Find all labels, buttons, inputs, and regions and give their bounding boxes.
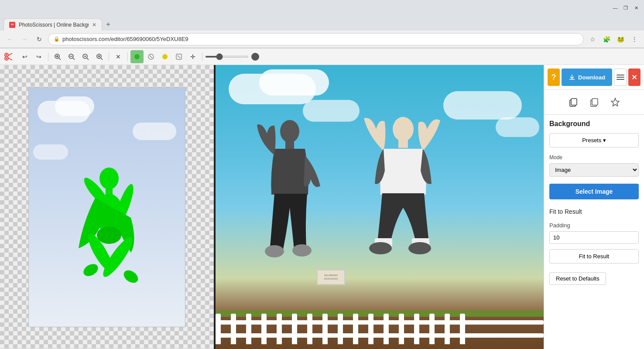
mode-label: Mode bbox=[549, 154, 639, 161]
toolbar-separator-1 bbox=[48, 52, 48, 61]
toolbar-separator-2 bbox=[109, 52, 109, 61]
reload-button[interactable]: ↻ bbox=[33, 33, 45, 45]
cloud-2 bbox=[55, 96, 94, 116]
logo-icon bbox=[3, 51, 14, 62]
result-cloud-5 bbox=[496, 117, 539, 137]
person1-silhouette bbox=[250, 116, 338, 282]
fence-post-2 bbox=[231, 314, 236, 344]
svg-line-23 bbox=[150, 55, 152, 58]
tab-title: PhotoScissors | Online Backgr... bbox=[19, 22, 89, 28]
download-button[interactable]: Download bbox=[562, 68, 612, 86]
result-cloud-2 bbox=[259, 69, 329, 96]
app-toolbar: ↩ ↪ ✕ ✛ bbox=[0, 48, 644, 65]
fence-post-3 bbox=[246, 314, 251, 344]
fence-post-16 bbox=[445, 314, 450, 344]
select-image-button[interactable]: Select Image bbox=[549, 184, 639, 199]
fit-to-result-button[interactable]: Fit to Result bbox=[549, 249, 639, 263]
svg-point-5 bbox=[6, 58, 7, 59]
result-background: DILARANGXXXXXXXX bbox=[216, 65, 544, 349]
window-close-button[interactable]: ✕ bbox=[632, 3, 641, 12]
svg-line-14 bbox=[87, 58, 89, 60]
navigation-bar: ← → ↻ 🔒 photoscissors.com/editor/6596900… bbox=[0, 31, 644, 48]
svg-point-46 bbox=[408, 242, 431, 254]
restore-button[interactable]: ❐ bbox=[621, 3, 630, 12]
photoscissors-logo bbox=[3, 51, 14, 62]
person2-silhouette bbox=[355, 114, 456, 288]
keep-tool-button[interactable] bbox=[130, 50, 144, 63]
fence-post-17 bbox=[460, 314, 465, 344]
profile-button[interactable]: 🐸 bbox=[614, 33, 627, 45]
bookmarks-button[interactable]: ☆ bbox=[586, 33, 599, 45]
zoom-fit-button[interactable] bbox=[79, 50, 92, 63]
back-button[interactable]: ← bbox=[3, 33, 16, 45]
menu-hamburger-button[interactable] bbox=[614, 68, 627, 86]
erase-tool-button[interactable] bbox=[144, 50, 158, 63]
svg-line-18 bbox=[101, 58, 103, 60]
circle-brush-button[interactable] bbox=[158, 50, 171, 63]
svg-point-24 bbox=[162, 54, 168, 59]
erase-bg-button[interactable] bbox=[172, 50, 185, 63]
fence-post-10 bbox=[353, 314, 358, 344]
fence-post-13 bbox=[399, 314, 404, 344]
extensions-button[interactable]: 🧩 bbox=[600, 33, 613, 45]
brush-size-slider[interactable] bbox=[205, 56, 249, 58]
svg-point-21 bbox=[134, 54, 140, 59]
close-sidebar-button[interactable]: ✕ bbox=[628, 68, 641, 86]
svg-point-45 bbox=[369, 242, 392, 254]
lock-icon: 🔒 bbox=[54, 36, 60, 42]
right-panel: DILARANGXXXXXXXX bbox=[216, 65, 544, 349]
minimize-button[interactable]: — bbox=[611, 3, 620, 12]
fence-post-7 bbox=[307, 314, 312, 344]
section-title: Background bbox=[549, 120, 639, 128]
zoom-reset-button[interactable] bbox=[93, 50, 106, 63]
reset-defaults-button[interactable]: Reset to Defaults bbox=[549, 272, 606, 285]
tab-copy-icon[interactable] bbox=[565, 93, 582, 111]
svg-line-26 bbox=[178, 55, 180, 58]
presets-button[interactable]: Presets ▾ bbox=[549, 133, 639, 147]
svg-point-40 bbox=[292, 244, 312, 257]
address-bar[interactable]: 🔒 photoscissors.com/editor/659690060/5Ye… bbox=[48, 33, 584, 45]
menu-button[interactable]: ⋮ bbox=[628, 33, 641, 45]
svg-rect-42 bbox=[398, 140, 408, 148]
svg-point-35 bbox=[121, 268, 140, 285]
tab-bar: ✂ PhotoScissors | Online Backgr... ✕ + bbox=[0, 16, 644, 31]
padding-input[interactable] bbox=[549, 231, 639, 244]
svg-point-37 bbox=[280, 120, 299, 143]
svg-marker-51 bbox=[611, 98, 619, 106]
svg-line-2 bbox=[8, 53, 13, 56]
canvas-area: DILARANGXXXXXXXX bbox=[0, 65, 544, 349]
fence-sign: DILARANGXXXXXXXX bbox=[317, 270, 345, 285]
active-tab[interactable]: ✂ PhotoScissors | Online Backgr... ✕ bbox=[3, 18, 102, 31]
fence-post-11 bbox=[368, 314, 373, 344]
clear-button[interactable]: ✕ bbox=[112, 50, 125, 63]
svg-point-39 bbox=[265, 245, 284, 257]
toolbar-separator-3 bbox=[127, 52, 128, 61]
tab-star-icon[interactable] bbox=[606, 93, 624, 111]
brush-preview bbox=[251, 53, 259, 61]
svg-rect-48 bbox=[571, 99, 577, 105]
mode-select[interactable]: Image Transparent Color bbox=[549, 163, 639, 177]
forward-button[interactable]: → bbox=[18, 33, 31, 45]
undo-button[interactable]: ↩ bbox=[18, 50, 31, 63]
person-silhouette bbox=[70, 161, 144, 309]
padding-label: Padding bbox=[549, 222, 639, 229]
app-container: ↩ ↪ ✕ ✛ bbox=[0, 48, 644, 349]
svg-rect-38 bbox=[285, 141, 294, 149]
tab-layers-icon[interactable] bbox=[586, 93, 603, 111]
zoom-out-button[interactable] bbox=[65, 50, 78, 63]
new-tab-button[interactable]: + bbox=[102, 18, 114, 31]
tab-close-button[interactable]: ✕ bbox=[92, 22, 96, 28]
svg-line-7 bbox=[59, 58, 61, 60]
title-bar: — ❐ ✕ bbox=[0, 0, 644, 16]
sidebar: ? Download ✕ bbox=[544, 65, 644, 349]
tab-favicon: ✂ bbox=[9, 22, 15, 28]
canvas-content: DILARANGXXXXXXXX bbox=[0, 65, 544, 349]
move-tool-button[interactable]: ✛ bbox=[186, 50, 199, 63]
zoom-in-button[interactable] bbox=[51, 50, 64, 63]
fence-post-8 bbox=[322, 314, 328, 344]
redo-button[interactable]: ↪ bbox=[32, 50, 45, 63]
cloud-3 bbox=[133, 123, 176, 140]
help-button[interactable]: ? bbox=[548, 68, 560, 86]
fit-to-result-label: Fit to Result bbox=[549, 208, 639, 215]
svg-line-3 bbox=[8, 58, 13, 60]
